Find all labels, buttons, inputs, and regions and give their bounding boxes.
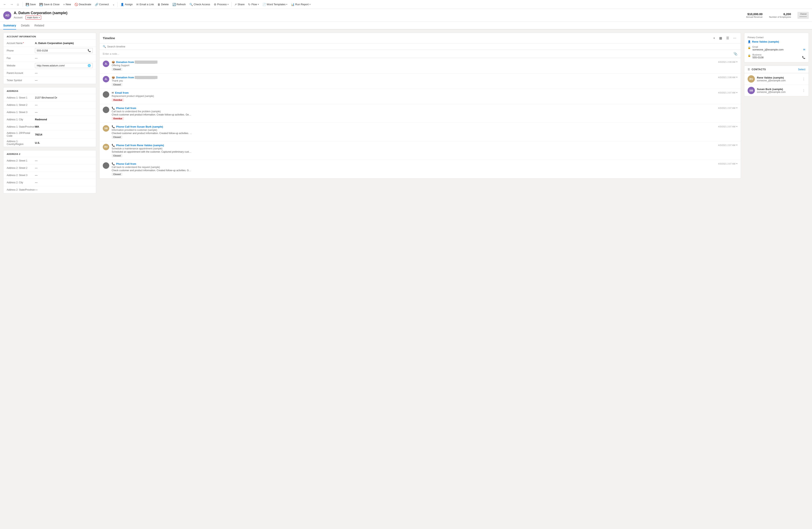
expand-icon[interactable]: ▾ bbox=[736, 91, 738, 94]
email-action-icon[interactable]: ✉ bbox=[803, 48, 805, 51]
timeline-item-body: 📦 Donation from ██████████ Offering Supp… bbox=[112, 60, 738, 71]
contact-more-button[interactable]: ⋮ bbox=[802, 77, 805, 81]
owner-value[interactable]: Owner ——— bbox=[797, 12, 809, 19]
owner-stat: Owner ——— bbox=[797, 12, 809, 19]
email-value: someone_j@example.com ✉ bbox=[752, 48, 805, 51]
connect-button[interactable]: 🔗 Connect bbox=[93, 2, 111, 7]
form-badge[interactable]: main form ▾ bbox=[26, 16, 41, 19]
contact-name[interactable]: 👤 Rene Valdes (sample) bbox=[748, 40, 805, 43]
timeline-title: Timeline bbox=[103, 36, 115, 40]
expand-icon[interactable]: ▾ bbox=[736, 144, 738, 146]
contact-item-left: RV Rene Valdes (sample) someone_j@exampl… bbox=[748, 75, 785, 83]
field-street2: Address 1: Street 2 --- bbox=[3, 101, 96, 109]
expand-icon[interactable]: ▾ bbox=[736, 76, 738, 78]
field-value-addr2-street2: --- bbox=[35, 166, 93, 169]
expand-icon[interactable]: ▾ bbox=[736, 60, 738, 63]
timeline-item-header: 📞 Phone Call from Call back to understan… bbox=[112, 162, 738, 176]
search-input[interactable] bbox=[107, 45, 738, 48]
timeline-note: Enter a note... 📎 bbox=[100, 50, 741, 58]
timeline-item-header: 📞 Phone Call from Call back to understan… bbox=[112, 106, 738, 120]
record-header: AD A. Datum Corporation (sample) Account… bbox=[0, 9, 812, 22]
expand-icon[interactable]: ▾ bbox=[736, 125, 738, 128]
list-item: JL 📦 Donation from ██████████ Offering S… bbox=[100, 58, 741, 73]
contacts-select-button[interactable]: Select bbox=[798, 68, 805, 71]
timeline-list-button[interactable]: ☰ bbox=[725, 35, 730, 41]
right-panel: Primary Contact 👤 Rene Valdes (sample) 🔒… bbox=[744, 33, 809, 529]
tab-details[interactable]: Details bbox=[21, 22, 30, 29]
field-label-zip: Address 1: ZIP/Postal Code bbox=[7, 132, 35, 137]
item-title: Email from bbox=[115, 91, 129, 94]
run-report-button[interactable]: 📊 Run Report ▾ bbox=[289, 2, 312, 7]
save-icon: 💾 bbox=[26, 3, 29, 6]
status-badge: Closed bbox=[112, 135, 122, 139]
tab-summary[interactable]: Summary bbox=[3, 22, 16, 29]
flow-button[interactable]: ↻ Flow ▾ bbox=[247, 2, 260, 7]
item-type-icon: 📞 bbox=[112, 106, 115, 110]
field-value-addr2-state: --- bbox=[35, 188, 93, 191]
more-dropdown-button[interactable]: ⌄ bbox=[111, 2, 116, 7]
word-templates-icon: 📄 bbox=[262, 3, 266, 6]
field-label-addr2-city: Address 2: City bbox=[7, 181, 35, 184]
item-type-icon: 📦 bbox=[112, 60, 115, 63]
share-icon: ↗ bbox=[234, 3, 237, 6]
home-button[interactable]: ⌂ bbox=[15, 1, 20, 8]
item-title: Phone Call from Rene Valdes (sample) bbox=[116, 144, 164, 147]
avatar: JL bbox=[103, 60, 109, 67]
timeline-search: 🔍 bbox=[100, 43, 741, 50]
address2-title: ADDRESS 2 bbox=[3, 151, 96, 157]
field-value-addr2-city: --- bbox=[35, 181, 93, 184]
timeline-add-button[interactable]: + bbox=[712, 35, 716, 41]
delete-button[interactable]: 🗑 Delete bbox=[156, 2, 170, 7]
contacts-list-icon: ☰ bbox=[748, 68, 750, 71]
contact-more-button-2[interactable]: ⋮ bbox=[802, 89, 805, 92]
avatar bbox=[103, 91, 109, 98]
item-desc: Check customer and product information. … bbox=[112, 113, 192, 116]
timeline-more-button[interactable]: ⋯ bbox=[732, 35, 738, 41]
item-time: 4/3/2021 2:07 AM ▾ bbox=[718, 91, 738, 94]
timeline-filter-button[interactable]: ▦ bbox=[718, 35, 723, 41]
forward-button[interactable]: → bbox=[9, 1, 15, 8]
process-chevron-icon: ▾ bbox=[228, 3, 229, 5]
refresh-button[interactable]: 🔄 Refresh bbox=[171, 2, 188, 7]
field-input-phone[interactable]: 555-0158 📞 bbox=[35, 48, 93, 53]
business-label: Business bbox=[752, 54, 805, 56]
phone-action-icon[interactable]: 📞 bbox=[802, 56, 805, 59]
field-value-zip: 78214 bbox=[35, 133, 93, 136]
field-addr2-street3: Address 2: Street 3 --- bbox=[3, 171, 96, 179]
field-street3: Address 1: Street 3 --- bbox=[3, 109, 96, 116]
email-link-button[interactable]: ✉ Email a Link bbox=[135, 2, 156, 7]
word-templates-button[interactable]: 📄 Word Templates ▾ bbox=[261, 2, 289, 7]
field-input-website[interactable]: http://www.adatum.com/ 🌐 bbox=[35, 63, 93, 68]
word-templates-chevron-icon: ▾ bbox=[286, 3, 287, 5]
deactivate-button[interactable]: 🚫 Deactivate bbox=[73, 2, 93, 7]
save-close-button[interactable]: 💾 Save & Close bbox=[38, 2, 61, 7]
back-button[interactable]: ← bbox=[2, 1, 8, 8]
save-button[interactable]: 💾 Save bbox=[24, 2, 38, 7]
tab-related[interactable]: Related bbox=[34, 22, 44, 29]
timeline-item-header: 📦 Donation from ██████████ Thank you Clo… bbox=[112, 76, 738, 86]
business-field-content: Business 555-0108 📞 bbox=[752, 54, 805, 59]
assign-icon: 👤 bbox=[120, 3, 124, 6]
item-type-icon: 📞 bbox=[112, 162, 115, 166]
assign-button[interactable]: 👤 Assign bbox=[119, 2, 134, 7]
record-header-right: $10,000.00 Annual Revenue 6,200 Number o… bbox=[746, 12, 809, 19]
new-button[interactable]: + New bbox=[61, 2, 72, 7]
field-label-website: Website bbox=[7, 64, 35, 67]
expand-icon[interactable]: ▾ bbox=[736, 162, 738, 165]
item-subtitle: Call back to understand the problem (sam… bbox=[112, 110, 718, 113]
field-value-parent-account: --- bbox=[35, 71, 93, 74]
timeline-item-body: ✉ Email from Replacement product shipped… bbox=[112, 91, 738, 102]
field-value-street1: 2137 Birchwood Dr bbox=[35, 96, 93, 99]
item-meta: Overdue bbox=[112, 117, 718, 120]
avatar bbox=[103, 162, 109, 169]
share-button[interactable]: ↗ Share bbox=[233, 2, 246, 7]
field-label-account-name: Account Name* bbox=[7, 42, 35, 45]
business-value: 555-0108 📞 bbox=[752, 56, 805, 59]
phone-icon: 📞 bbox=[88, 49, 91, 52]
item-subtitle: Schedule a maintenance appointment (samp… bbox=[112, 147, 718, 150]
expand-icon[interactable]: ▾ bbox=[736, 106, 738, 109]
process-button[interactable]: ⚙ Process ▾ bbox=[212, 2, 230, 7]
field-value-addr2-street1: --- bbox=[35, 159, 93, 162]
list-item: RV 📞 Phone Call from Rene Valdes (sample… bbox=[100, 141, 741, 160]
check-access-button[interactable]: 🔍 Check Access bbox=[188, 2, 212, 7]
